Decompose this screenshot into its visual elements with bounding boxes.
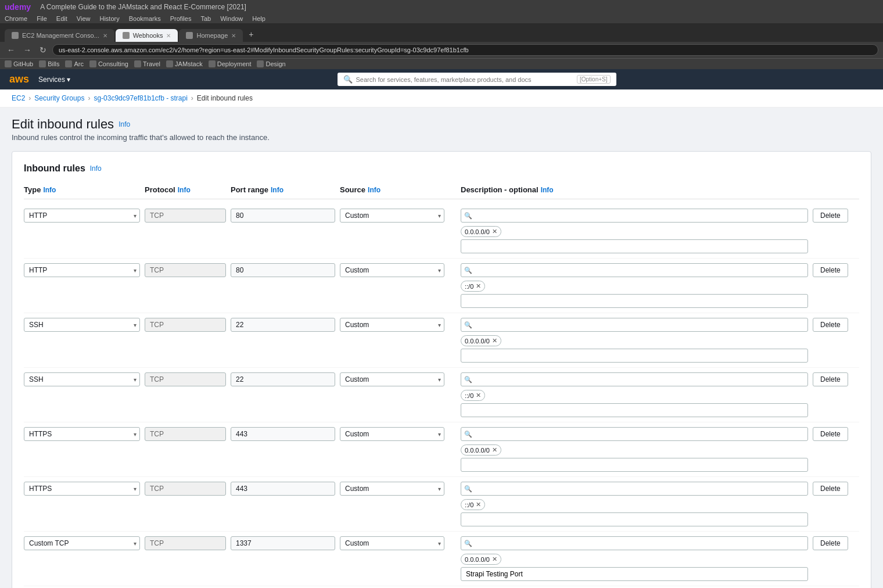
bookmark-arc[interactable]: Arc [65, 60, 84, 67]
source-select[interactable]: CustomAnywhere - IPv4Anywhere - IPv6My I… [340, 372, 444, 386]
description-input[interactable] [461, 567, 808, 581]
source-search-input[interactable] [461, 427, 808, 441]
tag-remove-button[interactable]: ✕ [492, 555, 497, 563]
source-tag: 0.0.0.0/0 ✕ [461, 554, 501, 565]
description-input[interactable] [461, 403, 808, 417]
delete-button[interactable]: Delete [813, 427, 848, 441]
new-tab-button[interactable]: + [244, 27, 258, 42]
tab-ec2[interactable]: EC2 Management Conso... ✕ [5, 29, 114, 42]
aws-search-input[interactable] [356, 76, 573, 83]
bookmark-travel[interactable]: Travel [134, 60, 160, 67]
description-input[interactable] [461, 239, 808, 253]
source-tag-container: 0.0.0.0/0 ✕ [461, 554, 501, 565]
bookmark-jamstack[interactable]: JAMstack [166, 60, 203, 67]
rule-row: HTTPHTTPSSSHCustom TCPCustom UDPAll traf… [24, 532, 859, 586]
delete-button[interactable]: Delete [813, 536, 848, 550]
breadcrumb-sg[interactable]: sg-03c9dc97ef81b1cfb - strapi [94, 94, 187, 102]
bookmark-bills[interactable]: Bills [39, 60, 59, 67]
menu-bookmarks[interactable]: Bookmarks [129, 15, 161, 22]
tag-remove-button[interactable]: ✕ [492, 337, 497, 345]
source-search-input[interactable] [461, 209, 808, 223]
menu-chrome[interactable]: Chrome [5, 15, 27, 22]
delete-button[interactable]: Delete [813, 482, 848, 496]
source-select[interactable]: CustomAnywhere - IPv4Anywhere - IPv6My I… [340, 536, 444, 550]
bookmark-deployment[interactable]: Deployment [209, 60, 252, 67]
tag-remove-button[interactable]: ✕ [476, 392, 481, 399]
menu-history[interactable]: History [99, 15, 119, 22]
source-search-input[interactable] [461, 482, 808, 496]
breadcrumb-ec2[interactable]: EC2 [12, 94, 25, 102]
port-range-input[interactable] [231, 536, 335, 550]
description-input[interactable] [461, 512, 808, 526]
col-protocol-info[interactable]: Info [178, 186, 191, 194]
port-range-input[interactable] [231, 209, 335, 223]
menu-window[interactable]: Window [220, 15, 243, 22]
forward-button[interactable]: → [21, 44, 34, 56]
type-select[interactable]: HTTPHTTPSSSHCustom TCPCustom UDPAll traf… [24, 263, 140, 277]
panel-info-link[interactable]: Info [90, 164, 102, 173]
delete-button[interactable]: Delete [813, 372, 848, 386]
col-desc-info[interactable]: Info [541, 186, 554, 194]
tab-homepage-close[interactable]: ✕ [231, 33, 236, 39]
delete-button[interactable]: Delete [813, 318, 848, 332]
tab-ec2-close[interactable]: ✕ [103, 33, 107, 39]
menu-file[interactable]: File [37, 15, 47, 22]
delete-button[interactable]: Delete [813, 209, 848, 223]
bookmark-design[interactable]: Design [257, 60, 285, 67]
type-select[interactable]: HTTPHTTPSSSHCustom TCPCustom UDPAll traf… [24, 482, 140, 496]
source-select[interactable]: CustomAnywhere - IPv4Anywhere - IPv6My I… [340, 482, 444, 496]
menu-tab[interactable]: Tab [200, 15, 211, 22]
source-search-input[interactable] [461, 536, 808, 550]
port-range-input[interactable] [231, 263, 335, 277]
col-source-info[interactable]: Info [368, 186, 381, 194]
tag-remove-button[interactable]: ✕ [476, 501, 481, 508]
address-bar-input[interactable] [52, 44, 878, 56]
menu-help[interactable]: Help [252, 15, 265, 22]
reload-button[interactable]: ↻ [37, 44, 49, 56]
source-select[interactable]: CustomAnywhere - IPv4Anywhere - IPv6My I… [340, 427, 444, 441]
page-info-link[interactable]: Info [119, 120, 130, 128]
port-range-input[interactable] [231, 427, 335, 441]
source-select[interactable]: CustomAnywhere - IPv4Anywhere - IPv6My I… [340, 209, 444, 223]
type-select[interactable]: HTTPHTTPSSSHCustom TCPCustom UDPAll traf… [24, 372, 140, 386]
source-search-input[interactable] [461, 372, 808, 386]
source-select-wrapper: CustomAnywhere - IPv4Anywhere - IPv6My I… [340, 427, 444, 441]
source-tag-container: ::/0 ✕ [461, 390, 485, 401]
source-select[interactable]: CustomAnywhere - IPv4Anywhere - IPv6My I… [340, 263, 444, 277]
port-range-input[interactable] [231, 372, 335, 386]
bookmark-consulting[interactable]: Consulting [89, 60, 128, 67]
source-search-input[interactable] [461, 318, 808, 332]
bookmark-github[interactable]: GitHub [5, 60, 33, 67]
tab-homepage[interactable]: Homepage ✕ [179, 29, 243, 42]
tag-remove-button[interactable]: ✕ [476, 282, 481, 290]
type-select[interactable]: HTTPHTTPSSSHCustom TCPCustom UDPAll traf… [24, 427, 140, 441]
menu-profiles[interactable]: Profiles [170, 15, 192, 22]
description-input[interactable] [461, 349, 808, 363]
menu-edit[interactable]: Edit [56, 15, 67, 22]
tag-remove-button[interactable]: ✕ [492, 228, 497, 235]
protocol-input [145, 263, 226, 277]
source-search-cell: 🔍 ::/0 ✕ [461, 263, 808, 308]
back-button[interactable]: ← [5, 44, 17, 56]
type-select[interactable]: HTTPHTTPSSSHCustom TCPCustom UDPAll traf… [24, 209, 140, 223]
source-select[interactable]: CustomAnywhere - IPv4Anywhere - IPv6My I… [340, 318, 444, 332]
description-input[interactable] [461, 458, 808, 472]
rule-row: HTTPHTTPSSSHCustom TCPCustom UDPAll traf… [24, 259, 859, 313]
col-type-info[interactable]: Info [43, 186, 56, 194]
tab-webhooks-close[interactable]: ✕ [166, 33, 171, 39]
menu-view[interactable]: View [77, 15, 91, 22]
aws-search-bar[interactable]: 🔍 [Option+S] [338, 73, 616, 86]
type-select[interactable]: HTTPHTTPSSSHCustom TCPCustom UDPAll traf… [24, 318, 140, 332]
port-range-input[interactable] [231, 318, 335, 332]
source-search-input[interactable] [461, 263, 808, 277]
delete-button[interactable]: Delete [813, 263, 848, 277]
tab-webhooks[interactable]: Webhooks ✕ [116, 29, 178, 42]
port-range-input[interactable] [231, 482, 335, 496]
description-input[interactable] [461, 294, 808, 308]
type-select[interactable]: HTTPHTTPSSSHCustom TCPCustom UDPAll traf… [24, 536, 140, 550]
col-port-info[interactable]: Info [271, 186, 283, 194]
services-menu[interactable]: Services ▾ [38, 76, 70, 84]
breadcrumb-security-groups[interactable]: Security Groups [34, 94, 84, 102]
type-cell: HTTPHTTPSSSHCustom TCPCustom UDPAll traf… [24, 372, 140, 386]
tag-remove-button[interactable]: ✕ [492, 446, 497, 454]
